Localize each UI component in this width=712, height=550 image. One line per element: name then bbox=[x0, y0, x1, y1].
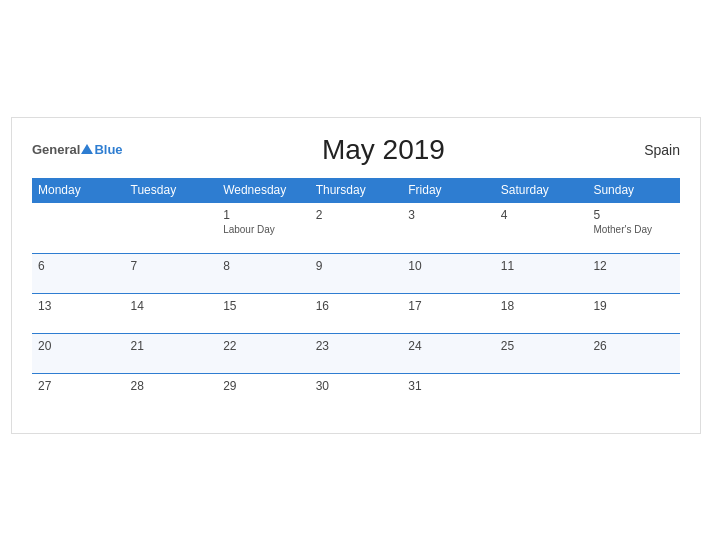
day-number: 1 bbox=[223, 208, 304, 222]
day-number: 20 bbox=[38, 339, 119, 353]
calendar-cell: 22 bbox=[217, 333, 310, 373]
week-row-4: 20212223242526 bbox=[32, 333, 680, 373]
day-number: 13 bbox=[38, 299, 119, 313]
calendar-cell bbox=[32, 202, 125, 253]
calendar-cell: 21 bbox=[125, 333, 218, 373]
logo-blue-text: Blue bbox=[94, 143, 122, 156]
day-number: 11 bbox=[501, 259, 582, 273]
calendar-cell: 23 bbox=[310, 333, 403, 373]
calendar-cell: 2 bbox=[310, 202, 403, 253]
day-number: 24 bbox=[408, 339, 489, 353]
day-number: 12 bbox=[593, 259, 674, 273]
calendar-cell: 26 bbox=[587, 333, 680, 373]
calendar-cell: 12 bbox=[587, 253, 680, 293]
logo-triangle-icon bbox=[81, 144, 93, 154]
day-number: 16 bbox=[316, 299, 397, 313]
week-row-3: 13141516171819 bbox=[32, 293, 680, 333]
day-number: 9 bbox=[316, 259, 397, 273]
day-number: 5 bbox=[593, 208, 674, 222]
calendar-cell: 20 bbox=[32, 333, 125, 373]
calendar-tbody: 1Labour Day2345Mother's Day6789101112131… bbox=[32, 202, 680, 413]
calendar-cell: 8 bbox=[217, 253, 310, 293]
calendar-header: General Blue May 2019 Spain bbox=[32, 134, 680, 166]
day-number: 3 bbox=[408, 208, 489, 222]
calendar-cell: 31 bbox=[402, 373, 495, 413]
week-row-2: 6789101112 bbox=[32, 253, 680, 293]
calendar-cell: 7 bbox=[125, 253, 218, 293]
day-number: 17 bbox=[408, 299, 489, 313]
day-number: 26 bbox=[593, 339, 674, 353]
calendar-cell: 11 bbox=[495, 253, 588, 293]
week-row-5: 2728293031 bbox=[32, 373, 680, 413]
weekday-header-saturday: Saturday bbox=[495, 178, 588, 203]
day-number: 2 bbox=[316, 208, 397, 222]
day-number: 10 bbox=[408, 259, 489, 273]
calendar-cell: 27 bbox=[32, 373, 125, 413]
day-number: 25 bbox=[501, 339, 582, 353]
calendar-cell: 24 bbox=[402, 333, 495, 373]
day-number: 30 bbox=[316, 379, 397, 393]
day-number: 27 bbox=[38, 379, 119, 393]
holiday-label: Mother's Day bbox=[593, 224, 674, 235]
day-number: 29 bbox=[223, 379, 304, 393]
weekday-header-friday: Friday bbox=[402, 178, 495, 203]
calendar-cell: 16 bbox=[310, 293, 403, 333]
weekday-header-wednesday: Wednesday bbox=[217, 178, 310, 203]
calendar-cell: 10 bbox=[402, 253, 495, 293]
weekday-header-thursday: Thursday bbox=[310, 178, 403, 203]
day-number: 21 bbox=[131, 339, 212, 353]
calendar-cell bbox=[587, 373, 680, 413]
calendar-cell: 30 bbox=[310, 373, 403, 413]
calendar-title: May 2019 bbox=[322, 134, 445, 166]
logo-general-text: General bbox=[32, 143, 80, 156]
calendar-cell: 6 bbox=[32, 253, 125, 293]
day-number: 14 bbox=[131, 299, 212, 313]
calendar-cell: 29 bbox=[217, 373, 310, 413]
day-number: 8 bbox=[223, 259, 304, 273]
calendar-cell: 5Mother's Day bbox=[587, 202, 680, 253]
day-number: 15 bbox=[223, 299, 304, 313]
day-number: 4 bbox=[501, 208, 582, 222]
logo: General Blue bbox=[32, 143, 123, 156]
weekday-header-tuesday: Tuesday bbox=[125, 178, 218, 203]
day-number: 18 bbox=[501, 299, 582, 313]
calendar-cell: 3 bbox=[402, 202, 495, 253]
holiday-label: Labour Day bbox=[223, 224, 304, 235]
day-number: 23 bbox=[316, 339, 397, 353]
calendar-cell: 19 bbox=[587, 293, 680, 333]
day-number: 22 bbox=[223, 339, 304, 353]
calendar: General Blue May 2019 Spain MondayTuesda… bbox=[11, 117, 701, 434]
calendar-cell: 25 bbox=[495, 333, 588, 373]
country-label: Spain bbox=[644, 142, 680, 158]
calendar-table: MondayTuesdayWednesdayThursdayFridaySatu… bbox=[32, 178, 680, 413]
calendar-cell bbox=[125, 202, 218, 253]
calendar-cell: 15 bbox=[217, 293, 310, 333]
calendar-cell: 28 bbox=[125, 373, 218, 413]
weekday-header-sunday: Sunday bbox=[587, 178, 680, 203]
weekday-header-monday: Monday bbox=[32, 178, 125, 203]
day-number: 31 bbox=[408, 379, 489, 393]
day-number: 7 bbox=[131, 259, 212, 273]
calendar-cell: 4 bbox=[495, 202, 588, 253]
calendar-cell: 13 bbox=[32, 293, 125, 333]
calendar-cell: 1Labour Day bbox=[217, 202, 310, 253]
week-row-1: 1Labour Day2345Mother's Day bbox=[32, 202, 680, 253]
calendar-thead: MondayTuesdayWednesdayThursdayFridaySatu… bbox=[32, 178, 680, 203]
calendar-cell: 14 bbox=[125, 293, 218, 333]
weekday-header-row: MondayTuesdayWednesdayThursdayFridaySatu… bbox=[32, 178, 680, 203]
day-number: 28 bbox=[131, 379, 212, 393]
day-number: 19 bbox=[593, 299, 674, 313]
calendar-cell: 9 bbox=[310, 253, 403, 293]
calendar-cell: 18 bbox=[495, 293, 588, 333]
calendar-cell: 17 bbox=[402, 293, 495, 333]
calendar-cell bbox=[495, 373, 588, 413]
day-number: 6 bbox=[38, 259, 119, 273]
